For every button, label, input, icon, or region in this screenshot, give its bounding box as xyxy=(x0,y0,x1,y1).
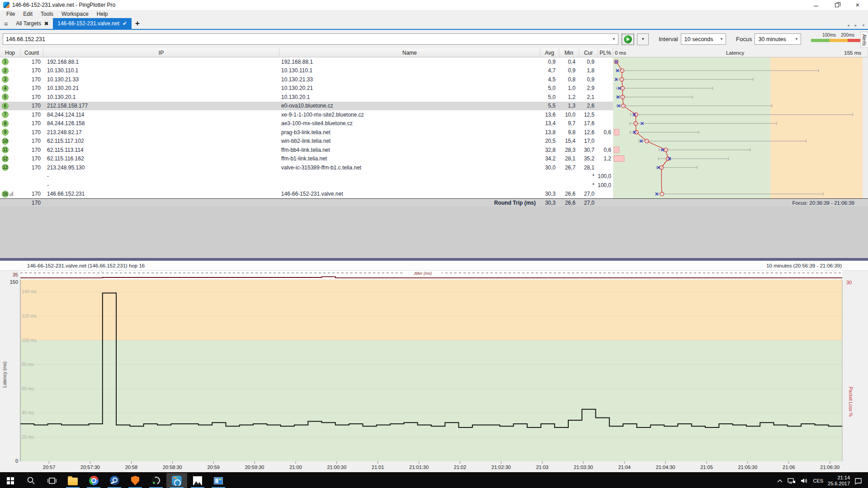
chrome-button[interactable] xyxy=(83,473,104,488)
network-icon[interactable] xyxy=(788,478,796,484)
antivirus-button[interactable] xyxy=(125,473,146,488)
header-cur[interactable]: Cur xyxy=(579,48,598,57)
timeline-graph[interactable]: Jitter (ms)3520 ms40 ms60 ms80 ms100 ms1… xyxy=(0,271,868,472)
daemon-tools-button[interactable] xyxy=(146,473,166,488)
cell-cur: 28,1 xyxy=(579,163,598,172)
cell-min: 10,0 xyxy=(559,110,579,119)
focus-select[interactable]: 30 minutes ▼ xyxy=(755,33,801,45)
cell-cur: 30,7 xyxy=(579,145,598,155)
file-explorer-button[interactable] xyxy=(62,473,83,488)
cell-pl xyxy=(598,102,613,111)
cell-min: 9,8 xyxy=(559,128,579,137)
header-min[interactable]: Min xyxy=(559,48,579,57)
start-trace-button[interactable] xyxy=(621,33,635,45)
tab-bar: ≡ All Targets ✖ 146-66-152-231.valve.net… xyxy=(0,18,868,30)
menu-help[interactable]: Help xyxy=(93,10,112,18)
hop-number-badge: 3 xyxy=(2,76,9,83)
menu-tools[interactable]: Tools xyxy=(37,10,57,18)
tray-date: 25.6.2017 xyxy=(828,481,850,487)
tab-scroll-left-icon[interactable]: ◄ xyxy=(846,23,850,28)
tab-close-icon[interactable]: ✖ xyxy=(44,21,48,27)
toolbar: ▼ ▼ Interval 10 seconds ▼ Focus 30 minut… xyxy=(0,30,868,48)
alerts-side-tab[interactable]: Alerts xyxy=(860,32,868,48)
close-button[interactable]: × xyxy=(847,0,868,10)
volume-icon[interactable] xyxy=(800,478,808,484)
cell-min: 1,2 xyxy=(559,93,579,102)
minimize-button[interactable] xyxy=(806,0,826,10)
cell-hop: 7 xyxy=(0,110,20,119)
cell-count: 170 xyxy=(20,57,43,66)
header-hop[interactable]: Hop xyxy=(0,48,20,57)
scale-200ms-label: 200ms xyxy=(841,33,854,38)
svg-text:20:58:30: 20:58:30 xyxy=(163,465,182,470)
pingplotter-icon xyxy=(172,476,182,486)
maximize-button[interactable] xyxy=(826,0,847,10)
action-center-icon[interactable] xyxy=(854,477,863,484)
photos-button[interactable] xyxy=(187,473,208,488)
cell-cur: 17,6 xyxy=(579,119,598,128)
cell-count: 170 xyxy=(20,128,43,137)
pingplotter-taskbar-button[interactable] xyxy=(166,473,187,488)
header-pl[interactable]: PL% xyxy=(598,48,613,57)
header-latency: 0 ms Latency 155 ms xyxy=(613,48,868,57)
new-tab-button[interactable]: + xyxy=(132,19,143,29)
target-address-input[interactable] xyxy=(3,36,610,42)
header-avg[interactable]: Avg xyxy=(540,48,559,57)
tab-list-icon[interactable]: ▼ xyxy=(862,23,865,28)
hop-latency-graph xyxy=(613,57,868,198)
start-button[interactable] xyxy=(0,473,21,488)
cell-hop: 1 xyxy=(0,57,20,66)
cell-pl xyxy=(598,84,613,93)
cell-avg xyxy=(540,181,559,190)
svg-text:30: 30 xyxy=(846,280,852,285)
tab-check-icon: ✔ xyxy=(123,20,127,27)
minimize-icon xyxy=(814,6,818,6)
menu-edit[interactable]: Edit xyxy=(19,10,37,18)
system-tray: CES 21:14 25.6.2017 xyxy=(777,473,868,488)
cell-ip: 10.130.20.1 xyxy=(43,93,279,102)
cell-count: 170 xyxy=(20,119,43,128)
cell-avg: 5,5 xyxy=(540,102,559,111)
hamburger-icon[interactable]: ≡ xyxy=(0,20,11,29)
language-indicator[interactable]: CES xyxy=(813,478,823,483)
scale-100ms-label: 100ms xyxy=(822,33,836,38)
cell-name: ae3-100-mx-site4.bluetone.cz xyxy=(279,119,540,128)
hop-number-badge: 16 xyxy=(2,191,9,197)
tray-chevron-icon[interactable] xyxy=(777,479,783,483)
tab-active-target[interactable]: 146-66-152-231.valve.net ✔ xyxy=(53,18,132,29)
cell-name: xe-9-1-1-100-mx-site2.bluetone.cz xyxy=(279,110,540,119)
shield-icon xyxy=(131,476,139,485)
menu-bar: File Edit Tools Workspace Help xyxy=(0,10,868,18)
cell-min: 9,7 xyxy=(559,119,579,128)
cell-cur: 2,1 xyxy=(579,93,598,102)
cell-pl: 0,6 xyxy=(598,145,613,155)
header-name[interactable]: Name xyxy=(279,48,540,57)
cell-cur: 12,5 xyxy=(579,110,598,119)
mail-app-button[interactable] xyxy=(208,473,229,488)
taskbar: CES 21:14 25.6.2017 xyxy=(0,473,868,488)
tab-all-targets[interactable]: All Targets ✖ xyxy=(11,18,53,29)
cell-count: 170 xyxy=(20,66,43,75)
svg-text:21:00: 21:00 xyxy=(289,465,302,470)
taskbar-search-button[interactable] xyxy=(21,473,42,488)
trace-options-dropdown[interactable]: ▼ xyxy=(637,33,649,45)
cell-hop: 3 xyxy=(0,75,20,84)
mail-app-icon xyxy=(214,477,223,484)
menu-file[interactable]: File xyxy=(2,10,19,18)
cell-name: 192.168.88.1 xyxy=(279,57,540,66)
latency-color-scale: 100ms 200ms xyxy=(811,33,865,46)
timeline-target-label: 146-66-152-231.valve.net (146.66.152.231… xyxy=(0,263,145,268)
cell-min: 26,6 xyxy=(559,190,579,199)
clock[interactable]: 21:14 25.6.2017 xyxy=(828,475,850,487)
steam-button[interactable] xyxy=(104,473,125,488)
interval-select[interactable]: 10 seconds ▼ xyxy=(681,33,726,45)
tab-scroll-right-icon[interactable]: ► xyxy=(854,23,858,28)
target-dropdown-icon[interactable]: ▼ xyxy=(610,37,618,41)
header-ip[interactable]: IP xyxy=(43,48,279,57)
header-count[interactable]: Count xyxy=(20,48,43,57)
hop-number-badge: 8 xyxy=(2,120,9,127)
cell-ip: - xyxy=(43,172,279,181)
cell-name: e0-ova10.bluetone.cz xyxy=(279,102,540,111)
task-view-button[interactable] xyxy=(42,473,62,488)
menu-workspace[interactable]: Workspace xyxy=(57,10,93,18)
